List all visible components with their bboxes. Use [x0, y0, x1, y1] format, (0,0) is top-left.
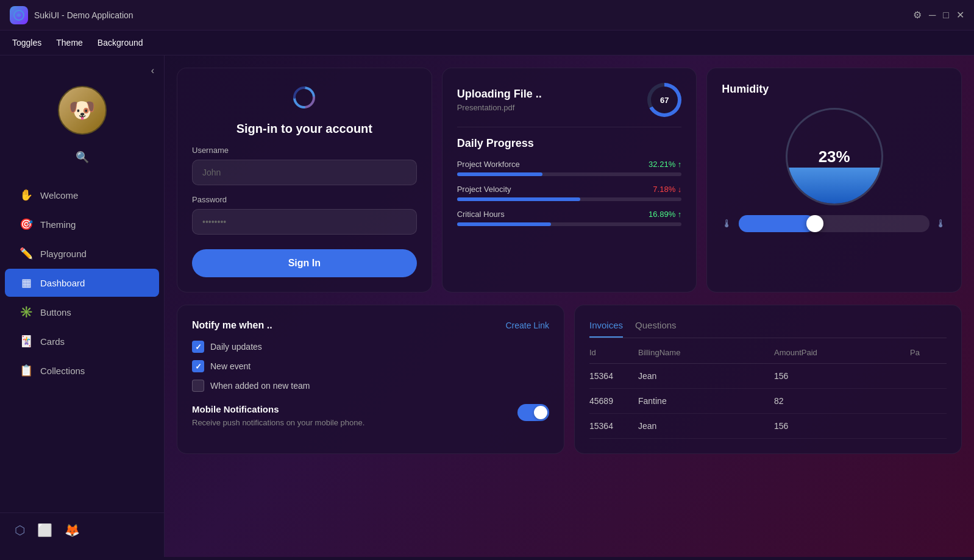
- notify-title: Notify me when ..: [192, 320, 272, 331]
- fox-icon[interactable]: 🦊: [65, 523, 80, 537]
- checkmark-event: ✓: [195, 362, 202, 371]
- username-label: Username: [192, 146, 417, 155]
- password-input[interactable]: [192, 209, 417, 235]
- checkbox-label-team: When added on new team: [210, 381, 310, 391]
- settings-icon[interactable]: ⚙: [913, 9, 922, 21]
- sidebar-item-buttons[interactable]: ✳️ Buttons: [5, 298, 159, 326]
- bottom-row: Notify me when .. Create Link ✓ Daily up…: [177, 305, 962, 454]
- box-icon[interactable]: ⬜: [37, 523, 52, 537]
- invoices-tabs: Invoices Questions: [589, 320, 947, 338]
- progress-item-velocity: Project Velocity 7.18% ↓: [457, 185, 682, 201]
- daily-progress-title: Daily Progress: [457, 137, 682, 150]
- upload-progress-circle: 67: [647, 83, 681, 117]
- app-title: SukiUI - Demo Application: [34, 10, 133, 20]
- create-link-btn[interactable]: Create Link: [505, 321, 549, 330]
- menu-toggles[interactable]: Toggles: [12, 38, 41, 48]
- sidebar-item-label-cards: Cards: [40, 336, 65, 347]
- github-icon[interactable]: ⬡: [15, 523, 25, 537]
- slider-thumb: [806, 215, 823, 232]
- progress-bar-bg-critical: [457, 222, 682, 226]
- sidebar-item-cards[interactable]: 🃏 Cards: [5, 327, 159, 355]
- row1-pa: [910, 371, 947, 381]
- checkbox-daily-checked[interactable]: ✓: [192, 341, 204, 353]
- signin-card: Sign-in to your account Username Passwor…: [177, 68, 432, 292]
- tab-invoices[interactable]: Invoices: [589, 320, 623, 338]
- sidebar-item-label-dashboard: Dashboard: [40, 278, 85, 288]
- row3-id: 15364: [589, 421, 638, 431]
- sidebar: ‹ 🐶 🔍 ✋ Welcome 🎯 Theming ✏️ Playground …: [0, 55, 165, 557]
- menu-theme[interactable]: Theme: [56, 38, 83, 48]
- row2-amount: 82: [774, 396, 910, 406]
- progress-label-workforce: Project Workforce: [457, 160, 520, 169]
- checkbox-label-event: New event: [210, 361, 251, 371]
- dashboard-icon: ▦: [20, 276, 33, 289]
- row1-amount: 156: [774, 371, 910, 381]
- sidebar-item-welcome[interactable]: ✋ Welcome: [5, 181, 159, 209]
- playground-icon: ✏️: [20, 247, 33, 260]
- humidity-slider-track[interactable]: [739, 215, 930, 232]
- progress-label-velocity: Project Velocity: [457, 185, 511, 194]
- avatar: 🐶: [58, 86, 107, 135]
- humidity-card: Humidity 23% 🌡 🌡: [706, 68, 962, 292]
- signin-button[interactable]: Sign In: [192, 249, 417, 277]
- collapse-icon[interactable]: ‹: [151, 65, 154, 76]
- top-row: Sign-in to your account Username Passwor…: [177, 68, 962, 292]
- row2-pa: [910, 396, 947, 406]
- progress-item-workforce: Project Workforce 32.21% ↑: [457, 160, 682, 176]
- humidity-title: Humidity: [722, 83, 947, 96]
- upload-title: Uploading File ..: [457, 88, 542, 101]
- sidebar-item-label-playground: Playground: [40, 249, 87, 259]
- password-group: Password: [192, 195, 417, 235]
- checkbox-event-checked[interactable]: ✓: [192, 360, 204, 372]
- menu-background[interactable]: Background: [98, 38, 143, 48]
- progress-item-critical: Critical Hours 16.89% ↑: [457, 210, 682, 226]
- mobile-notify-toggle[interactable]: [517, 404, 549, 421]
- close-icon[interactable]: ✕: [956, 9, 964, 21]
- humidity-slider-fill: [739, 215, 815, 232]
- row3-amount: 156: [774, 421, 910, 431]
- sidebar-item-label-buttons: Buttons: [40, 307, 71, 317]
- gauge-water-fill: [787, 168, 881, 204]
- progress-value-critical: 16.89% ↑: [649, 210, 681, 219]
- table-row: 45689 Fantine 82: [589, 389, 947, 414]
- maximize-icon[interactable]: □: [943, 10, 949, 21]
- sidebar-avatar-area: 🐶: [0, 86, 164, 135]
- row3-pa: [910, 421, 947, 431]
- app-body: ‹ 🐶 🔍 ✋ Welcome 🎯 Theming ✏️ Playground …: [0, 55, 974, 557]
- sidebar-item-label-theming: Theming: [40, 219, 76, 230]
- invoices-table: Id BillingName AmountPaid Pa 15364 Jean …: [589, 348, 947, 439]
- trend-up-icon-workforce: ↑: [678, 160, 682, 169]
- search-button[interactable]: 🔍: [68, 147, 96, 168]
- trend-up-icon-critical: ↑: [678, 210, 682, 219]
- sidebar-item-dashboard[interactable]: ▦ Dashboard: [5, 269, 159, 297]
- minimize-icon[interactable]: ─: [929, 10, 936, 21]
- progress-bar-fill-critical: [457, 222, 552, 226]
- theming-icon: 🎯: [20, 218, 33, 231]
- invoices-card: Invoices Questions Id BillingName Amount…: [574, 305, 962, 454]
- row3-name: Jean: [638, 421, 774, 431]
- progress-bar-bg-workforce: [457, 172, 682, 176]
- signin-title: Sign-in to your account: [236, 122, 372, 136]
- menubar: Toggles Theme Background: [0, 30, 974, 55]
- tab-questions[interactable]: Questions: [635, 320, 677, 338]
- temp-high-icon: 🌡: [936, 218, 947, 230]
- progress-bar-bg-velocity: [457, 197, 682, 201]
- humidity-value: 23%: [819, 147, 850, 166]
- checkbox-label-daily: Daily updates: [210, 342, 262, 352]
- humidity-slider-row: 🌡 🌡: [722, 215, 947, 232]
- titlebar: SukiUI - Demo Application ⚙ ─ □ ✕: [0, 0, 974, 30]
- checkbox-team-unchecked[interactable]: [192, 380, 204, 392]
- sidebar-item-playground[interactable]: ✏️ Playground: [5, 239, 159, 268]
- window-controls: ⚙ ─ □ ✕: [913, 9, 964, 21]
- buttons-icon: ✳️: [20, 305, 33, 319]
- username-input[interactable]: [192, 160, 417, 185]
- upload-area: Uploading File .. Presentation.pdf 67: [457, 83, 682, 117]
- gauge-circle: 23%: [786, 108, 883, 205]
- upload-filename: Presentation.pdf: [457, 103, 542, 112]
- sidebar-item-theming[interactable]: 🎯 Theming: [5, 210, 159, 238]
- progress-header-critical: Critical Hours 16.89% ↑: [457, 210, 682, 219]
- sidebar-nav: ✋ Welcome 🎯 Theming ✏️ Playground ▦ Dash…: [0, 180, 164, 512]
- sidebar-item-collections[interactable]: 📋 Collections: [5, 356, 159, 385]
- checkbox-new-event: ✓ New event: [192, 360, 549, 372]
- progress-label-critical: Critical Hours: [457, 210, 505, 219]
